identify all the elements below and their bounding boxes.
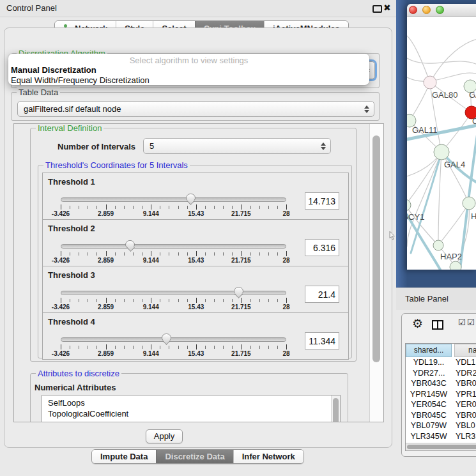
close-icon[interactable]: ✖ xyxy=(383,3,391,13)
dropdown-option-equal-width[interactable]: Equal Width/Frequency Discretization xyxy=(8,75,369,85)
table-toolbar: ⚙ ☑ ☑ xyxy=(402,314,476,342)
list-scrollbar[interactable] xyxy=(331,395,340,422)
zoom-traffic-light-icon[interactable] xyxy=(436,6,444,14)
float-window-icon[interactable] xyxy=(372,5,382,13)
node-label-hap2: HAP2 xyxy=(440,252,462,261)
slider-thumb[interactable] xyxy=(234,287,243,295)
list-item[interactable]: BetweennessCentrality xyxy=(42,419,340,422)
interval-definition-group: Interval Definition Number of Intervals … xyxy=(30,128,357,362)
node-bottom[interactable] xyxy=(450,261,461,270)
threshold-2-slider[interactable]: -3.4262.8599.14415.4321.71528 xyxy=(61,242,286,266)
columns-icon[interactable] xyxy=(432,320,443,330)
scrollbar-thumb[interactable] xyxy=(407,445,476,449)
table-row[interactable]: YBL079WYBL0 xyxy=(406,420,476,431)
dropdown-prompt: Select algorithm to view settings xyxy=(8,56,369,65)
column-header-shared-name[interactable]: shared... xyxy=(406,344,452,357)
table-row[interactable]: YER054CYER0 xyxy=(406,399,476,410)
settings-scroll-area: Interval Definition Number of Intervals … xyxy=(13,123,384,422)
table-row[interactable]: YBR045CYBR0 xyxy=(406,410,476,421)
threshold-1-value-field[interactable] xyxy=(305,192,339,210)
table-header-row: shared... na xyxy=(406,344,476,357)
attributes-list: SelfLoops TopologicalCoefficient Between… xyxy=(42,395,341,422)
interval-group-title: Interval Definition xyxy=(36,123,104,133)
node-gal4[interactable] xyxy=(434,144,449,160)
attributes-group-title: Attributes to discretize xyxy=(36,369,121,378)
slider-track[interactable] xyxy=(61,197,286,202)
node-gal80[interactable] xyxy=(424,76,436,89)
checkbox-select-all-icon[interactable]: ☑ xyxy=(467,318,475,327)
checkbox-select-icon[interactable]: ☑ xyxy=(458,318,466,327)
numerical-attributes-label: Numerical Attributes xyxy=(35,383,116,392)
network-window-titlebar[interactable] xyxy=(407,4,476,17)
threshold-panel-4: Threshold 4 -3.4262.8599.14415.4321.7152… xyxy=(42,312,349,360)
threshold-panel-1: Threshold 1 -3.4262.8599.14415.4321.7152… xyxy=(42,173,349,220)
tab-infer-network[interactable]: Infer Network xyxy=(233,450,303,463)
bottom-tab-bar: Impute Data Discretize Data Infer Networ… xyxy=(91,449,304,464)
slider-thumb[interactable] xyxy=(162,334,171,341)
node-label-c: C xyxy=(472,116,476,126)
threshold-3-slider[interactable]: -3.4262.8599.14415.4321.71528 xyxy=(61,288,286,312)
threshold-4-slider[interactable]: -3.4262.8599.14415.4321.71528 xyxy=(61,335,286,359)
num-intervals-label: Number of Intervals xyxy=(58,142,135,151)
slider-track[interactable] xyxy=(61,291,286,295)
cyni-toolbox-panel: Discretization Algorithm Table Data galF… xyxy=(4,27,392,448)
attributes-group: Attributes to discretize Numerical Attri… xyxy=(30,373,348,422)
slider-track[interactable] xyxy=(61,244,286,249)
node-label-gal11: GAL11 xyxy=(412,125,438,135)
network-canvas[interactable]: GAL80 GA C GAL11 GAL4 GCY1 H HAP2 xyxy=(407,17,476,270)
table-row[interactable]: YLR345WYLR3 xyxy=(406,431,476,442)
table-row[interactable]: YPR145WYPR1 xyxy=(406,389,476,400)
main-scrollbar[interactable] xyxy=(369,124,383,422)
threshold-panel-3: Threshold 3 -3.4262.8599.14415.4321.7152… xyxy=(42,266,349,313)
control-panel-titlebar: Control Panel ✖ xyxy=(0,0,396,17)
table-horizontal-scrollbar[interactable] xyxy=(406,443,476,450)
dropdown-option-manual[interactable]: Manual Discretization xyxy=(8,65,369,75)
threshold-3-value-field[interactable] xyxy=(305,286,339,303)
network-view-window: GAL80 GA C GAL11 GAL4 GCY1 H HAP2 xyxy=(407,4,476,270)
node-hap2[interactable] xyxy=(433,240,443,250)
list-item[interactable]: TopologicalCoefficient xyxy=(42,408,340,419)
table-row[interactable]: YDL19...YDL1 xyxy=(406,357,476,368)
node-label-h: H xyxy=(471,211,476,221)
table-rows: YDL19...YDL1 YDR27...YDR2 YBR043CYBR0 YP… xyxy=(406,357,476,450)
node-label-gal80: GAL80 xyxy=(432,90,457,100)
thresholds-group: Threshold's Coordinates for 5 Intervals … xyxy=(38,165,352,358)
table-data-combobox[interactable]: galFiltered.sif default node xyxy=(17,101,374,117)
network-desktop: GAL80 GA C GAL11 GAL4 GCY1 H HAP2 xyxy=(396,0,476,288)
table-row[interactable]: YDR27...YDR2 xyxy=(406,368,476,379)
tab-discretize-data[interactable]: Discretize Data xyxy=(156,450,233,463)
node-table: shared... na YDL19...YDL1 YDR27...YDR2 Y… xyxy=(405,343,476,451)
num-intervals-combobox[interactable]: 5 xyxy=(143,138,331,154)
slider-thumb[interactable] xyxy=(125,240,135,248)
tab-impute-data[interactable]: Impute Data xyxy=(92,450,156,463)
panel-title: Control Panel xyxy=(6,3,57,13)
node-gcy1[interactable] xyxy=(407,199,411,211)
node-label-gcy1: GCY1 xyxy=(407,212,424,222)
app-root: Control Panel ✖ Network Style Select Cyn… xyxy=(0,0,476,476)
algorithm-dropdown-popup: Select algorithm to view settings Manual… xyxy=(8,54,369,85)
slider-thumb[interactable] xyxy=(186,194,196,201)
table-panel-titlebar: Table Panel xyxy=(396,288,476,310)
node-table-container: ⚙ ☑ ☑ shared... na YDL19...YDL1 YDR27...… xyxy=(401,313,476,457)
threshold-1-slider[interactable]: -3.4262.8599.14415.4321.71528 xyxy=(61,195,286,219)
node-label-ga: GA xyxy=(469,90,476,100)
scrollbar-thumb[interactable] xyxy=(372,135,380,362)
table-panel-title: Table Panel xyxy=(405,294,449,303)
control-panel: Control Panel ✖ Network Style Select Cyn… xyxy=(0,0,396,476)
node-h[interactable] xyxy=(463,197,475,210)
combo-arrows-icon xyxy=(364,105,369,113)
threshold-4-value-field[interactable] xyxy=(305,332,339,349)
column-header-name[interactable]: na xyxy=(454,344,476,357)
gear-icon[interactable]: ⚙ xyxy=(412,316,423,331)
close-traffic-light-icon[interactable] xyxy=(409,6,417,14)
table-row[interactable]: YBR043CYBR0 xyxy=(406,378,476,389)
table-panel-body: ⚙ ☑ ☑ shared... na YDL19...YDL1 YDR27...… xyxy=(396,310,476,476)
slider-track[interactable] xyxy=(61,337,286,342)
minimize-traffic-light-icon[interactable] xyxy=(422,6,431,14)
list-item[interactable]: SelfLoops xyxy=(42,395,340,408)
apply-button[interactable]: Apply xyxy=(146,429,183,443)
thresholds-group-title: Threshold's Coordinates for 5 Intervals xyxy=(43,160,190,170)
threshold-2-value-field[interactable] xyxy=(305,239,339,256)
combo-arrows-icon xyxy=(321,142,326,150)
table-data-group: Table Data galFiltered.sif default node xyxy=(11,92,380,121)
